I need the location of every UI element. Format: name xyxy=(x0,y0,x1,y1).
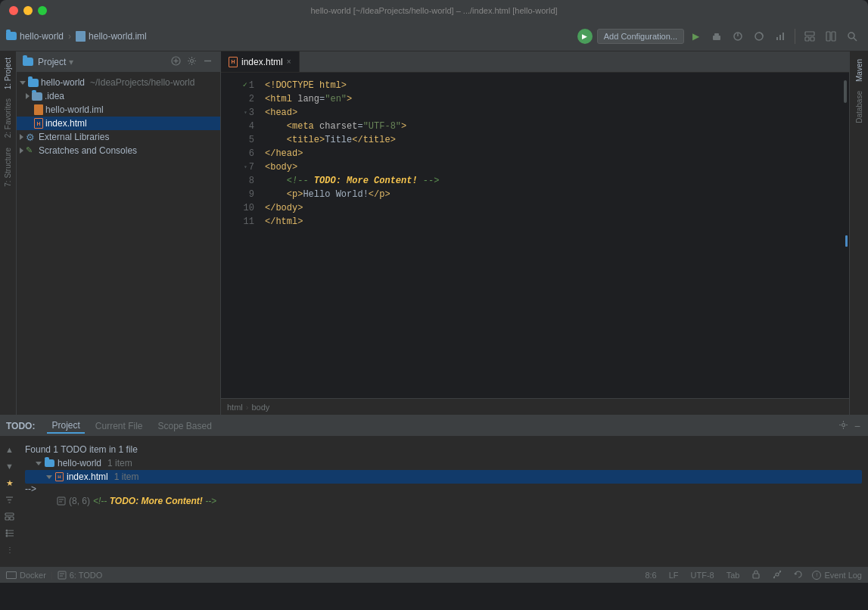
gutter-checkmark: ✓ xyxy=(243,79,247,92)
line-num-2: 2 xyxy=(249,92,254,106)
iml-file-icon xyxy=(76,31,86,42)
debug-button[interactable] xyxy=(728,26,748,46)
fold-marker-7[interactable]: ▾ xyxy=(244,160,247,174)
line-num-11: 11 xyxy=(244,215,254,229)
build-button[interactable] xyxy=(707,26,726,46)
panel-settings-icon[interactable] xyxy=(185,54,198,70)
bottom-content: ▲ ▼ ★ ⋮ Found 1 TODO item in 1 file xyxy=(0,437,868,566)
add-configuration-button[interactable]: Add Configuration... xyxy=(597,29,684,44)
sidebar-tab-structure[interactable]: 7: Structure xyxy=(1,143,15,191)
panel-header: Project ▾ xyxy=(17,51,220,73)
todo-layout[interactable] xyxy=(3,509,17,523)
todo-entry[interactable]: (8, 6) <!-- TODO: More Content! --> xyxy=(25,494,862,508)
todo-status-label: 6: TODO xyxy=(70,571,103,580)
line-num-1: 1 xyxy=(249,79,254,92)
docker-status[interactable]: Docker xyxy=(6,571,46,580)
folder-icon xyxy=(6,32,17,40)
git-icon[interactable] xyxy=(770,570,785,580)
event-log-status[interactable]: ! Event Log xyxy=(812,571,862,580)
todo-entry-icon xyxy=(57,496,66,506)
sidebar-tab-favorites[interactable]: 2: Favorites xyxy=(1,94,15,142)
editor-scrollbar[interactable] xyxy=(842,73,849,398)
profile-button[interactable] xyxy=(770,26,790,46)
tree-item-root[interactable]: hello-world ~/IdeaProjects/hello-world xyxy=(17,76,220,89)
todo-location: (8, 6) xyxy=(69,496,90,506)
tree-label-index-html: index.html xyxy=(45,118,87,129)
todo-comment-text: <!-- TODO: More Content! --> xyxy=(93,496,216,506)
svg-line-43 xyxy=(774,575,776,577)
right-tab-database[interactable]: Database xyxy=(854,86,865,128)
svg-line-14 xyxy=(854,38,857,41)
editor-content[interactable]: ✓ 1 2 ▾ 3 4 5 xyxy=(221,73,849,398)
breadcrumb-folder-item[interactable]: hello-world xyxy=(6,31,64,42)
maximize-button[interactable] xyxy=(38,6,47,15)
todo-file-item[interactable]: H index.html 1 item xyxy=(25,470,862,484)
tree-item-iml[interactable]: hello-world.iml xyxy=(17,103,220,117)
todo-tree-root[interactable]: hello-world 1 item xyxy=(25,456,862,470)
bottom-tab-scope-based[interactable]: Scope Based xyxy=(154,419,216,433)
tab-close-button[interactable]: × xyxy=(287,58,291,66)
line-ending[interactable]: LF xyxy=(666,571,682,580)
html-file-icon: H xyxy=(34,118,43,129)
code-line-2: <html lang="en"> xyxy=(265,92,842,106)
minimize-button[interactable] xyxy=(23,6,33,15)
search-button[interactable] xyxy=(842,26,862,46)
breadcrumb-separator: › xyxy=(68,31,71,42)
line-num-5: 5 xyxy=(249,133,254,147)
todo-scroll-up[interactable]: ▲ xyxy=(3,443,17,456)
todo-group[interactable] xyxy=(3,526,17,540)
split-button[interactable] xyxy=(821,26,841,46)
layout-button[interactable] xyxy=(800,26,820,46)
todo-filter[interactable] xyxy=(3,493,17,506)
coverage-button[interactable] xyxy=(749,26,769,46)
todo-html-icon: H xyxy=(55,472,64,481)
panel-collapse-icon[interactable] xyxy=(201,54,214,70)
chevron-right-icon xyxy=(20,134,23,140)
code-line-5: <title>Title</title> xyxy=(265,133,842,147)
bottom-settings-icon[interactable] xyxy=(837,419,850,434)
file-tree: hello-world ~/IdeaProjects/hello-world .… xyxy=(17,73,220,415)
project-panel: Project ▾ hello-world ~/Id xyxy=(17,51,221,415)
svg-rect-1 xyxy=(714,33,719,36)
sidebar-tab-project[interactable]: 1: Project xyxy=(1,53,15,94)
close-button[interactable] xyxy=(9,6,18,15)
breadcrumb-file-item[interactable]: hello-world.iml xyxy=(76,31,147,42)
bottom-tab-project[interactable]: Project xyxy=(47,419,84,434)
tree-item-index-html[interactable]: H index.html xyxy=(17,117,220,130)
svg-rect-36 xyxy=(58,571,66,579)
code-line-6: </head> xyxy=(265,147,842,160)
tree-item-idea[interactable]: .idea xyxy=(17,89,220,103)
todo-scroll-down[interactable]: ▼ xyxy=(3,459,17,473)
code-editor[interactable]: <!DOCTYPE html> <html lang="en"> <head> … xyxy=(259,73,842,398)
todo-more[interactable]: ⋮ xyxy=(3,543,17,556)
refresh-icon[interactable] xyxy=(791,570,806,580)
todo-status[interactable]: 6: TODO xyxy=(58,571,103,580)
indent-type[interactable]: Tab xyxy=(723,571,743,580)
cursor-position[interactable]: 8:6 xyxy=(642,571,659,580)
panel-title: Project ▾ xyxy=(38,57,166,67)
tree-item-ext-libs[interactable]: ⚙ External Libraries xyxy=(17,130,220,144)
svg-rect-10 xyxy=(810,37,814,41)
right-sidebar-strip: Maven Database xyxy=(849,51,868,415)
right-tab-maven[interactable]: Maven xyxy=(854,54,865,86)
svg-point-29 xyxy=(6,534,8,537)
svg-rect-25 xyxy=(5,517,9,520)
svg-rect-6 xyxy=(779,35,781,40)
bottom-tab-current-file[interactable]: Current File xyxy=(91,419,148,433)
scrollbar-thumb[interactable] xyxy=(844,80,847,103)
tree-item-scratches[interactable]: ✎ Scratches and Consoles xyxy=(17,144,220,157)
editor-tab-index-html[interactable]: H index.html × xyxy=(221,51,300,72)
panel-dropdown-arrow[interactable]: ▾ xyxy=(69,57,73,67)
run-config-icon: ▶ xyxy=(577,29,593,44)
panel-add-icon[interactable] xyxy=(170,54,182,70)
tree-label-idea: .idea xyxy=(45,91,64,101)
ext-libs-icon: ⚙ xyxy=(26,132,36,142)
lock-icon[interactable] xyxy=(748,569,764,580)
svg-rect-5 xyxy=(776,37,778,40)
chevron-down-icon xyxy=(46,475,52,479)
todo-star[interactable]: ★ xyxy=(3,476,17,490)
fold-marker-3[interactable]: ▾ xyxy=(244,106,247,120)
run-button[interactable]: ▶ xyxy=(686,26,705,46)
bottom-close-icon[interactable]: − xyxy=(853,419,862,434)
encoding[interactable]: UTF-8 xyxy=(688,571,717,580)
